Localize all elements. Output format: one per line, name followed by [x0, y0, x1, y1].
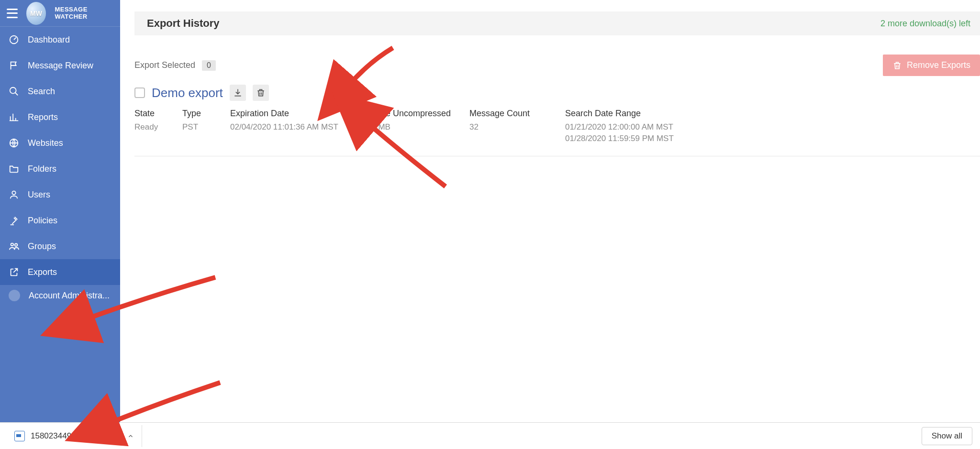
detail-state: State Ready [134, 109, 182, 144]
sidebar-item-account-admin[interactable]: Account Administra... [0, 285, 120, 306]
page-title: Export History [147, 17, 220, 30]
sidebar-item-search[interactable]: Search [0, 78, 120, 104]
delete-export-button[interactable] [253, 85, 269, 101]
sidebar-header: MW MESSAGE WATCHER [0, 0, 120, 27]
download-item[interactable]: 1580234496788.de....pst [8, 425, 142, 447]
sidebar-item-exports[interactable]: Exports [0, 259, 120, 285]
sidebar-item-label: Exports [28, 267, 57, 277]
remove-exports-label: Remove Exports [907, 60, 970, 70]
sidebar-item-label: Dashboard [28, 35, 70, 45]
sidebar-item-label: Policies [28, 216, 57, 226]
search-icon [9, 86, 19, 97]
external-link-icon [9, 267, 19, 277]
export-checkbox[interactable] [134, 88, 145, 98]
users-icon [9, 241, 19, 252]
sidebar-item-label: Account Administra... [29, 291, 110, 301]
sidebar-item-groups[interactable]: Groups [0, 233, 120, 259]
export-row-header: Demo export [134, 85, 980, 101]
detail-label: State [134, 109, 173, 119]
folder-icon [9, 164, 19, 174]
sidebar: MW MESSAGE WATCHER Dashboard Message Rev… [0, 0, 120, 422]
show-all-downloads-button[interactable]: Show all [922, 427, 972, 445]
svg-point-1 [10, 88, 16, 94]
bar-chart-icon [9, 112, 19, 122]
remove-exports-button[interactable]: Remove Exports [883, 55, 980, 76]
export-selected-group: Export Selected 0 [134, 60, 216, 71]
globe-icon [9, 138, 19, 148]
sidebar-item-label: Reports [28, 112, 58, 122]
sidebar-item-dashboard[interactable]: Dashboard [0, 27, 120, 53]
detail-label: Message Count [469, 109, 556, 119]
sidebar-item-label: Users [28, 190, 50, 200]
detail-date-range: Search Date Range 01/21/2020 12:00:00 AM… [565, 109, 966, 144]
hamburger-menu-icon[interactable] [7, 9, 18, 18]
detail-type: Type PST [182, 109, 230, 144]
sidebar-item-label: Message Review [28, 61, 93, 71]
speedometer-icon [9, 34, 19, 45]
downloads-remaining: 2 more download(s) left [880, 19, 970, 29]
download-filename: 1580234496788.de....pst [31, 431, 121, 441]
detail-value: 32 [469, 121, 556, 133]
browser-download-bar: 1580234496788.de....pst Show all [0, 422, 980, 449]
detail-expiration: Expiration Date 02/04/2020 11:01:36 AM M… [230, 109, 374, 144]
detail-value: Ready [134, 121, 173, 133]
svg-point-3 [12, 191, 15, 195]
sidebar-nav: Dashboard Message Review Search Reports [0, 27, 120, 422]
detail-label: Size Uncompressed [374, 109, 460, 119]
sidebar-item-label: Search [28, 87, 55, 97]
detail-value-line2: 01/28/2020 11:59:59 PM MST [565, 133, 956, 144]
detail-label: Search Date Range [565, 109, 956, 119]
selected-count-badge: 0 [202, 60, 216, 71]
detail-size: Size Uncompressed 2MB [374, 109, 469, 144]
app-logo-initials: MW [30, 10, 42, 17]
flag-icon [9, 60, 19, 71]
export-selected-label: Export Selected [134, 60, 195, 70]
detail-value: 2MB [374, 121, 460, 133]
detail-message-count: Message Count 32 [469, 109, 565, 144]
page-header: Export History 2 more download(s) left [134, 11, 980, 35]
sidebar-item-users[interactable]: Users [0, 182, 120, 208]
sidebar-item-label: Folders [28, 164, 56, 174]
action-row: Export Selected 0 Remove Exports [134, 55, 980, 76]
sidebar-item-label: Groups [28, 241, 56, 252]
trash-icon [892, 61, 902, 70]
chevron-up-icon[interactable] [126, 432, 135, 440]
detail-label: Expiration Date [230, 109, 364, 119]
detail-label: Type [182, 109, 221, 119]
export-name-link[interactable]: Demo export [152, 86, 223, 100]
sidebar-item-reports[interactable]: Reports [0, 104, 120, 130]
sidebar-item-policies[interactable]: Policies [0, 208, 120, 233]
detail-value: PST [182, 121, 221, 133]
svg-point-5 [15, 244, 18, 247]
sidebar-item-folders[interactable]: Folders [0, 156, 120, 182]
main-content: Export History 2 more download(s) left E… [120, 0, 980, 422]
trash-icon [256, 88, 266, 98]
app-logo: MW [26, 2, 46, 25]
download-icon [233, 88, 243, 98]
outlook-file-icon [14, 431, 25, 441]
export-details: State Ready Type PST Expiration Date 02/… [134, 109, 980, 156]
sidebar-item-message-review[interactable]: Message Review [0, 53, 120, 78]
download-export-button[interactable] [230, 85, 246, 101]
detail-value-line1: 01/21/2020 12:00:00 AM MST [565, 121, 956, 133]
user-icon [9, 189, 19, 200]
gavel-icon [9, 215, 19, 226]
svg-point-4 [11, 243, 13, 246]
sidebar-item-websites[interactable]: Websites [0, 130, 120, 156]
app-title: MESSAGE WATCHER [55, 6, 113, 20]
detail-value: 02/04/2020 11:01:36 AM MST [230, 121, 364, 133]
avatar-icon [9, 290, 20, 301]
sidebar-item-label: Websites [28, 138, 63, 148]
